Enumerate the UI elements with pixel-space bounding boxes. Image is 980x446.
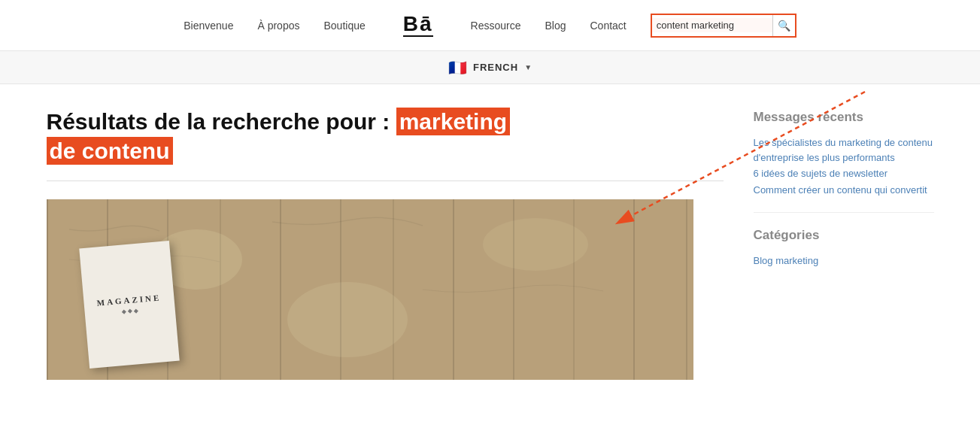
nav-contact[interactable]: Contact <box>590 20 627 32</box>
site-logo[interactable]: Bā <box>403 14 433 37</box>
nav-ressource[interactable]: Ressource <box>471 20 521 32</box>
logo-text: Bā <box>403 14 433 37</box>
sidebar-link-3[interactable]: Comment créer un contenu qui convertit <box>754 183 934 198</box>
nav-boutique[interactable]: Boutique <box>323 20 365 32</box>
nav-left: Bienvenue À propos Boutique <box>184 20 366 32</box>
categories-title: Catégories <box>754 228 934 243</box>
magazine-title: MAGAZINE <box>96 293 161 307</box>
post-image: MAGAZINE ◆ ◆ ◆ <box>47 199 693 380</box>
magazine-image: MAGAZINE ◆ ◆ ◆ <box>79 241 179 369</box>
language-bar[interactable]: 🇫🇷 FRENCH ▼ <box>0 51 980 84</box>
svg-rect-9 <box>393 199 394 380</box>
language-label: FRENCH <box>473 62 518 73</box>
search-input[interactable] <box>652 18 772 32</box>
nav-bienvenue[interactable]: Bienvenue <box>184 20 233 32</box>
sidebar-category-1[interactable]: Blog marketing <box>754 253 934 269</box>
sidebar-divider <box>754 212 934 213</box>
svg-rect-10 <box>453 199 454 380</box>
flag-icon: 🇫🇷 <box>448 59 467 77</box>
nav-apropos[interactable]: À propos <box>257 20 299 32</box>
nav-right: Ressource Blog Contact 🔍 <box>471 14 796 38</box>
svg-rect-3 <box>47 199 48 380</box>
highlight-contenu: de contenu <box>47 137 173 165</box>
svg-point-16 <box>287 282 408 357</box>
nav-blog[interactable]: Blog <box>545 20 566 32</box>
sidebar-link-1[interactable]: Les spécialistes du marketing de contenu… <box>754 135 934 165</box>
highlight-marketing: marketing <box>396 108 510 135</box>
sidebar-link-2[interactable]: 6 idées de sujets de newsletter <box>754 166 934 181</box>
search-results-title: Résultats de la recherche pour : marketi… <box>47 107 724 165</box>
svg-rect-13 <box>633 199 635 380</box>
svg-point-17 <box>483 218 588 271</box>
title-divider <box>47 181 724 181</box>
site-header: Bienvenue À propos Boutique Bā Ressource… <box>0 0 980 51</box>
svg-rect-14 <box>686 199 687 380</box>
content-area: Résultats de la recherche pour : marketi… <box>47 107 724 380</box>
language-dropdown-arrow: ▼ <box>524 63 532 71</box>
search-box: 🔍 <box>651 14 796 38</box>
search-button[interactable]: 🔍 <box>772 15 795 36</box>
magazine-subtitle: ◆ ◆ ◆ <box>121 307 138 315</box>
sidebar: Messages récents Les spécialistes du mar… <box>754 107 934 380</box>
recent-posts-title: Messages récents <box>754 110 934 125</box>
results-prefix: Résultats de la recherche pour : <box>47 109 396 134</box>
svg-rect-6 <box>220 199 221 380</box>
svg-rect-7 <box>280 199 281 380</box>
main-wrapper: Résultats de la recherche pour : marketi… <box>32 84 949 380</box>
